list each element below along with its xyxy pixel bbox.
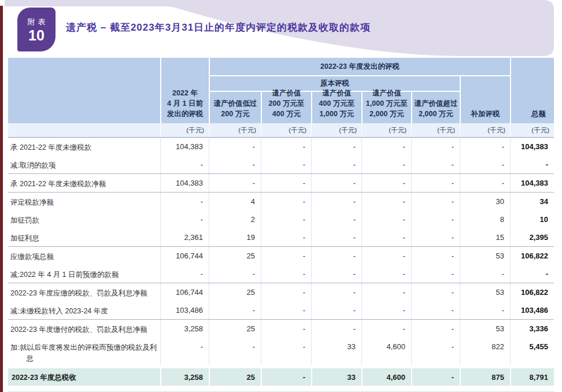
total-row-value: 33	[311, 368, 361, 386]
row-value: -	[209, 338, 261, 365]
row-value: -	[160, 156, 209, 173]
row-value: 53	[460, 247, 510, 265]
row-value: -	[460, 138, 510, 156]
row-value: -	[209, 265, 261, 283]
row-value: -	[311, 228, 361, 246]
row-value: 106,744	[160, 247, 209, 265]
row-value: 4,600	[361, 338, 411, 365]
row-value: 25	[209, 283, 261, 301]
row-value: -	[209, 301, 261, 319]
table-header: 2022 年 4 月 1 日前 发出的评税 2022-23 年度发出的评税 原本…	[8, 58, 554, 123]
unit-cell: (千元)	[209, 123, 261, 137]
unit-cell: (千元)	[411, 123, 460, 137]
row-value: -	[361, 210, 411, 228]
page-title: 遗产税 – 截至2023年3月31日止的年度内评定的税款及收取的款项	[66, 21, 482, 34]
row-value: 2,395	[510, 228, 554, 246]
table-body: 承 2021-22 年度未缴税款104,383------104,383减:取消…	[8, 138, 554, 365]
row-value: -	[411, 174, 460, 192]
row-value: -	[311, 138, 361, 156]
row-value: -	[411, 283, 460, 301]
row-value: 25	[209, 247, 261, 265]
tax-table: 2022 年 4 月 1 日前 发出的评税 2022-23 年度发出的评税 原本…	[8, 58, 554, 392]
total-row-value: -	[411, 368, 460, 386]
badge-label: 附表	[28, 17, 49, 27]
schedule-badge: 附表 10	[17, 8, 56, 51]
table-row: 承 2021-22 年度未缴税款净额104,383------104,383	[8, 173, 554, 192]
table-row: 减:取消的款项--------	[8, 156, 554, 173]
row-label: 2022-23 年度应缴的税款、罚款及利息净额	[8, 283, 160, 301]
header-cell-additional-assessment: 补加评税	[460, 75, 510, 123]
row-value: -	[160, 193, 209, 210]
table-row: 加征罚款-2----810	[8, 210, 554, 228]
row-value: 2,361	[160, 228, 209, 246]
table-row: 应缴款项总额106,74425----53106,822	[8, 246, 554, 265]
row-value: -	[510, 265, 554, 283]
row-label: 承 2021-22 年度未缴税款净额	[8, 174, 160, 192]
row-value: -	[160, 265, 209, 283]
table-row: 承 2021-22 年度未缴税款104,383------104,383	[8, 138, 554, 156]
row-label: 应缴款项总额	[8, 247, 160, 265]
header-cell-blank	[8, 58, 160, 123]
table-row: 减:未缴税款转入 2023-24 年度103,486------103,486	[8, 301, 554, 319]
row-value: -	[261, 193, 311, 210]
row-value: 104,383	[160, 174, 209, 192]
total-row-value: 3,258	[160, 368, 209, 386]
unit-cell: (千元)	[510, 123, 554, 137]
row-label: 减:取消的款项	[8, 156, 160, 173]
row-value: -	[361, 193, 411, 210]
row-value: -	[209, 156, 261, 173]
row-label: 评定税款净额	[8, 193, 160, 210]
unit-cell: (千元)	[261, 123, 311, 137]
row-value: -	[261, 283, 311, 301]
row-value: -	[411, 156, 460, 173]
total-row-value: -	[261, 368, 311, 386]
row-value: -	[411, 193, 460, 210]
table-row: 2022-23 年度应缴的税款、罚款及利息净额106,74425----5310…	[8, 283, 554, 301]
row-label: 加:就以后年度将发出的评税而预缴的税款及利息	[8, 338, 160, 365]
row-value: 104,383	[160, 138, 209, 156]
row-value: 106,822	[510, 283, 554, 301]
row-value: -	[411, 210, 460, 228]
row-value: -	[460, 265, 510, 283]
header-cell-total: 总额	[510, 58, 554, 123]
total-row-value: 8,791	[510, 368, 554, 386]
total-row-value: 4,600	[361, 368, 411, 386]
row-value: -	[361, 283, 411, 301]
row-value: -	[261, 301, 311, 319]
header-cell-over-20m: 遗产价值超过 2,000 万元	[411, 91, 460, 123]
row-value: 106,744	[160, 283, 209, 301]
row-value: -	[460, 174, 510, 192]
header-cell-under-2m: 遗产价值低过 200 万元	[209, 91, 261, 123]
row-value: 5,455	[510, 338, 554, 365]
row-value: 8	[460, 210, 510, 228]
row-value: -	[311, 174, 361, 192]
header-cell-4m-10m: 遗产价值 400 万元至 1,000 万元	[311, 91, 361, 123]
row-value: -	[361, 301, 411, 319]
row-value: -	[311, 193, 361, 210]
row-value: -	[361, 156, 411, 173]
total-row: 2022-23 年度总税收 3,258 25 - 33 4,600 - 875 …	[8, 368, 554, 386]
row-value: -	[361, 174, 411, 192]
row-value: -	[160, 210, 209, 228]
row-value: -	[311, 301, 361, 319]
row-value: -	[261, 265, 311, 283]
row-label: 加征罚款	[8, 210, 160, 228]
row-value: 34	[510, 193, 554, 210]
row-value: -	[311, 320, 361, 338]
row-value: 104,383	[510, 174, 554, 192]
row-value: -	[261, 338, 311, 365]
row-value: -	[261, 320, 311, 338]
row-label: 加征利息	[8, 228, 160, 246]
row-label: 减:未缴税款转入 2023-24 年度	[8, 301, 160, 319]
row-value: -	[311, 283, 361, 301]
row-value: -	[160, 338, 209, 365]
table-row: 加征利息2,36119----152,395	[8, 228, 554, 246]
row-value: -	[460, 156, 510, 173]
row-value: -	[411, 338, 460, 365]
row-value: -	[411, 247, 460, 265]
header-cell-2m-4m: 遗产价值 200 万元至 400 万元	[261, 91, 311, 123]
row-value: 3,258	[160, 320, 209, 338]
table-row: 评定税款净额-4----3034	[8, 192, 554, 210]
row-value: -	[209, 138, 261, 156]
header-group-2022-23-assessments: 2022-23 年度发出的评税	[209, 58, 510, 75]
